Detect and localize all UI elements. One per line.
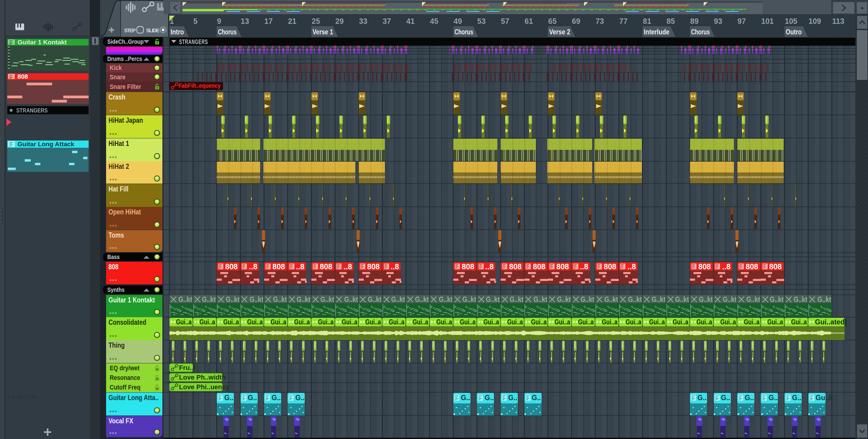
svg-text:77: 77 bbox=[619, 17, 628, 25]
svg-text:29: 29 bbox=[336, 17, 344, 25]
svg-text:G..kt: G..kt bbox=[462, 295, 476, 303]
svg-text:808: 808 bbox=[698, 262, 711, 271]
svg-text:Gui..a: Gui..a bbox=[389, 318, 404, 326]
svg-text:G..: G.. bbox=[769, 394, 778, 402]
svg-text:9: 9 bbox=[217, 17, 221, 25]
svg-text:Gui..a: Gui..a bbox=[365, 318, 381, 326]
svg-text:Gui..a: Gui..a bbox=[294, 318, 310, 326]
svg-text:37: 37 bbox=[383, 17, 391, 25]
svg-text:..8: ..8 bbox=[485, 262, 494, 271]
svg-text:Gui..a: Gui..a bbox=[507, 318, 523, 326]
svg-text:73: 73 bbox=[595, 17, 604, 25]
svg-text:G..: G.. bbox=[272, 394, 281, 402]
svg-text:..8: ..8 bbox=[391, 262, 399, 271]
svg-text:21: 21 bbox=[288, 17, 297, 25]
svg-text:..8: ..8 bbox=[627, 262, 636, 271]
svg-text:Intro: Intro bbox=[170, 28, 184, 36]
svg-text:G..kt: G..kt bbox=[581, 295, 594, 303]
svg-text:G..kt: G..kt bbox=[179, 295, 192, 303]
svg-text:808: 808 bbox=[225, 262, 238, 271]
svg-text:G..kt: G..kt bbox=[368, 295, 381, 303]
svg-text:G..kt: G..kt bbox=[557, 295, 571, 303]
svg-text:G..kt: G..kt bbox=[344, 295, 358, 303]
svg-text:G..: G.. bbox=[224, 394, 234, 402]
svg-text:Love Phi..uency: Love Phi..uency bbox=[179, 383, 230, 391]
svg-text:109: 109 bbox=[809, 17, 821, 25]
svg-text:Gui..a: Gui..a bbox=[484, 318, 499, 326]
svg-text:G..kt: G..kt bbox=[415, 295, 429, 303]
svg-text:Gui..a: Gui..a bbox=[436, 318, 452, 326]
svg-text:65: 65 bbox=[548, 17, 557, 25]
svg-text:G..kt: G..kt bbox=[794, 295, 807, 303]
svg-text:G..: G.. bbox=[508, 394, 518, 402]
svg-text:Gui..a: Gui..a bbox=[649, 318, 665, 326]
svg-text:G..kt: G..kt bbox=[320, 295, 334, 303]
svg-text:808: 808 bbox=[769, 262, 782, 271]
svg-text:113: 113 bbox=[832, 17, 844, 25]
svg-text:85: 85 bbox=[667, 17, 675, 25]
svg-text:Gui..a: Gui..a bbox=[247, 318, 263, 326]
svg-text:G..: G.. bbox=[485, 394, 494, 402]
svg-text:808: 808 bbox=[533, 262, 546, 271]
svg-text:G..kt: G..kt bbox=[391, 295, 405, 303]
svg-text:69: 69 bbox=[572, 17, 581, 25]
svg-text:Chorus: Chorus bbox=[218, 28, 237, 36]
svg-text:FabFilt..equency: FabFilt..equency bbox=[179, 82, 221, 89]
svg-text:61: 61 bbox=[525, 17, 533, 25]
svg-text:Gui..a: Gui..a bbox=[602, 318, 618, 326]
svg-text:105: 105 bbox=[785, 17, 798, 25]
svg-text:808: 808 bbox=[509, 262, 522, 271]
svg-text:Chorus: Chorus bbox=[455, 28, 473, 36]
svg-text:Gui..a: Gui..a bbox=[696, 318, 712, 326]
svg-text:Gui..a: Gui..a bbox=[199, 318, 215, 326]
svg-text:..8: ..8 bbox=[249, 262, 257, 271]
svg-text:G..kt: G..kt bbox=[746, 295, 760, 303]
svg-text:57: 57 bbox=[501, 17, 509, 25]
svg-text:5: 5 bbox=[193, 17, 198, 25]
svg-text:49: 49 bbox=[454, 17, 462, 25]
svg-text:808: 808 bbox=[462, 262, 474, 271]
svg-text:G..kt: G..kt bbox=[699, 295, 713, 303]
svg-text:Gui..a: Gui..a bbox=[720, 318, 736, 326]
svg-text:808: 808 bbox=[273, 262, 285, 271]
svg-text:G..kt: G..kt bbox=[533, 295, 547, 303]
svg-text:G..kt: G..kt bbox=[628, 295, 642, 303]
svg-text:..8: ..8 bbox=[344, 262, 352, 271]
svg-text:Gui..a: Gui..a bbox=[744, 318, 760, 326]
svg-text:Outro: Outro bbox=[786, 28, 802, 36]
svg-text:17: 17 bbox=[264, 17, 273, 25]
svg-text:Verse 2: Verse 2 bbox=[549, 28, 570, 36]
svg-text:G..: G.. bbox=[745, 394, 754, 402]
svg-text:Gui..a: Gui..a bbox=[176, 318, 192, 326]
svg-text:G..kt: G..kt bbox=[273, 295, 287, 303]
svg-text:97: 97 bbox=[738, 17, 746, 25]
svg-text:Gui..a: Gui..a bbox=[342, 318, 358, 326]
svg-text:Gu..k: Gu..k bbox=[815, 394, 833, 402]
svg-text:G..kt: G..kt bbox=[675, 295, 689, 303]
svg-text:25: 25 bbox=[312, 17, 320, 25]
svg-text:G..: G.. bbox=[296, 394, 305, 402]
svg-text:89: 89 bbox=[690, 17, 699, 25]
svg-text:808: 808 bbox=[746, 262, 758, 271]
svg-text:Gui..a: Gui..a bbox=[271, 318, 286, 326]
svg-text:Gui..a: Gui..a bbox=[673, 318, 688, 326]
svg-text:Gui..a: Gui..a bbox=[460, 318, 475, 326]
svg-text:..8: ..8 bbox=[722, 262, 731, 271]
svg-text:G..kt: G..kt bbox=[817, 295, 831, 303]
svg-text:G..kt: G..kt bbox=[723, 295, 737, 303]
svg-text:93: 93 bbox=[714, 17, 722, 25]
svg-text:G..kt: G..kt bbox=[297, 295, 310, 303]
svg-text:G..: G.. bbox=[721, 394, 730, 402]
svg-text:Interlude: Interlude bbox=[644, 28, 670, 36]
svg-text:Gui..a: Gui..a bbox=[578, 318, 594, 326]
svg-text:G..kt: G..kt bbox=[604, 295, 618, 303]
svg-text:81: 81 bbox=[643, 17, 651, 25]
svg-text:G..: G.. bbox=[461, 394, 470, 402]
svg-text:Gui..a: Gui..a bbox=[626, 318, 641, 326]
svg-text:Gui..a: Gui..a bbox=[791, 318, 807, 326]
svg-text:Gui..a: Gui..a bbox=[223, 318, 239, 326]
svg-text:808: 808 bbox=[556, 262, 569, 271]
svg-text:G..kt: G..kt bbox=[486, 295, 500, 303]
svg-text:..8: ..8 bbox=[580, 262, 588, 271]
svg-text:STRANGERS: STRANGERS bbox=[179, 38, 208, 46]
